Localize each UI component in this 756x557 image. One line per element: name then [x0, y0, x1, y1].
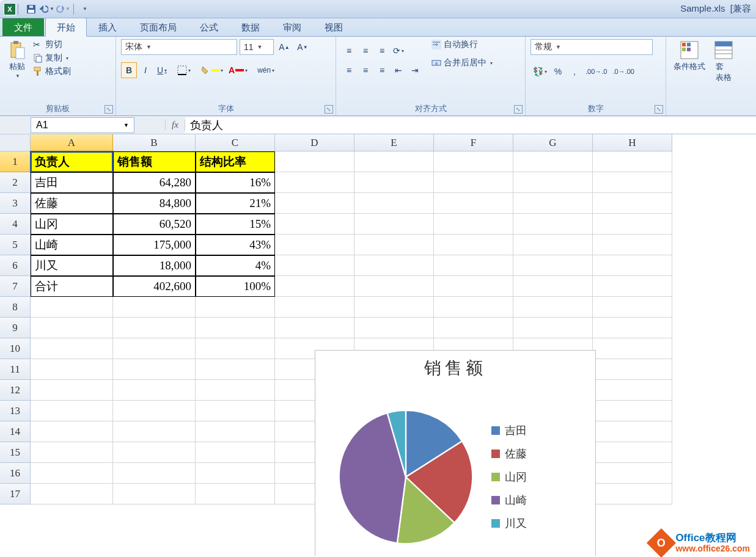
- cell-F5[interactable]: [434, 235, 513, 255]
- font-name-combo[interactable]: 宋体▼: [121, 39, 237, 55]
- cell-B4[interactable]: 60,520: [113, 214, 196, 235]
- cell-B6[interactable]: 18,000: [113, 255, 196, 276]
- cell-A9[interactable]: [31, 318, 113, 338]
- align-bottom-button[interactable]: ≡: [374, 43, 390, 59]
- cell-E1[interactable]: [354, 151, 434, 172]
- cell-H16[interactable]: [593, 463, 672, 484]
- cell-H15[interactable]: [593, 442, 672, 463]
- font-launcher[interactable]: ⤡: [325, 105, 333, 114]
- cell-A5[interactable]: 山崎: [31, 235, 113, 255]
- align-top-button[interactable]: ≡: [341, 43, 357, 59]
- cell-H8[interactable]: [593, 297, 672, 318]
- cell-D6[interactable]: [275, 255, 354, 276]
- cell-B14[interactable]: [113, 421, 196, 442]
- cell-B8[interactable]: [113, 297, 196, 318]
- cell-E7[interactable]: [354, 276, 434, 297]
- increase-font-button[interactable]: A▲: [276, 39, 292, 55]
- cell-B1[interactable]: 销售额: [113, 151, 196, 172]
- cell-B15[interactable]: [113, 442, 196, 463]
- cell-H14[interactable]: [593, 421, 672, 442]
- cell-A2[interactable]: 吉田: [31, 172, 113, 193]
- qat-customize[interactable]: ▼: [77, 2, 92, 16]
- cell-G8[interactable]: [513, 297, 593, 318]
- format-table-button[interactable]: 套 表格: [711, 39, 736, 84]
- cell-A12[interactable]: [31, 380, 113, 401]
- tab-file[interactable]: 文件: [2, 18, 44, 36]
- row-header-16[interactable]: 16: [0, 463, 31, 484]
- cell-F9[interactable]: [434, 318, 513, 338]
- cell-B5[interactable]: 175,000: [113, 235, 196, 255]
- cell-H13[interactable]: [593, 401, 672, 421]
- cell-C10[interactable]: [196, 338, 275, 359]
- decrease-font-button[interactable]: A▼: [295, 39, 310, 55]
- align-middle-button[interactable]: ≡: [358, 43, 373, 59]
- number-format-combo[interactable]: 常规▼: [530, 39, 653, 55]
- cell-H7[interactable]: [593, 276, 672, 297]
- cell-G7[interactable]: [513, 276, 593, 297]
- cell-C2[interactable]: 16%: [196, 172, 275, 193]
- cell-A10[interactable]: [31, 338, 113, 359]
- align-right-button[interactable]: ≡: [374, 62, 390, 78]
- row-header-8[interactable]: 8: [0, 297, 31, 318]
- cell-H9[interactable]: [593, 318, 672, 338]
- cell-C15[interactable]: [196, 442, 275, 463]
- cell-F1[interactable]: [434, 151, 513, 172]
- cell-A4[interactable]: 山冈: [31, 214, 113, 235]
- column-header-C[interactable]: C: [196, 134, 275, 151]
- row-header-5[interactable]: 5: [0, 235, 31, 255]
- cell-B17[interactable]: [113, 484, 196, 504]
- cell-A1[interactable]: 负责人: [31, 151, 113, 172]
- cell-A7[interactable]: 合计: [31, 276, 113, 297]
- cell-B9[interactable]: [113, 318, 196, 338]
- tab-review[interactable]: 审阅: [271, 18, 313, 36]
- cell-D9[interactable]: [275, 318, 354, 338]
- cell-C7[interactable]: 100%: [196, 276, 275, 297]
- tab-formula[interactable]: 公式: [188, 18, 230, 36]
- cell-H1[interactable]: [593, 151, 672, 172]
- wrap-text-button[interactable]: 自动换行: [431, 39, 493, 50]
- row-header-4[interactable]: 4: [0, 214, 31, 235]
- cell-D2[interactable]: [275, 172, 354, 193]
- row-header-14[interactable]: 14: [0, 421, 31, 442]
- border-button[interactable]: ▾: [175, 62, 193, 78]
- merge-center-button[interactable]: a合并后居中▾: [431, 57, 493, 68]
- cell-F2[interactable]: [434, 172, 513, 193]
- clipboard-launcher[interactable]: ⤡: [105, 105, 113, 114]
- row-header-15[interactable]: 15: [0, 442, 31, 463]
- cell-H11[interactable]: [593, 359, 672, 380]
- formula-input[interactable]: [185, 117, 756, 133]
- row-header-17[interactable]: 17: [0, 484, 31, 504]
- column-header-D[interactable]: D: [275, 134, 354, 151]
- column-header-A[interactable]: A: [31, 134, 113, 151]
- cell-B13[interactable]: [113, 401, 196, 421]
- fill-color-button[interactable]: ▾: [198, 62, 226, 78]
- cell-H5[interactable]: [593, 235, 672, 255]
- cell-F6[interactable]: [434, 255, 513, 276]
- cell-A11[interactable]: [31, 359, 113, 380]
- currency-button[interactable]: 💱▾: [530, 64, 549, 79]
- number-launcher[interactable]: ⤡: [655, 105, 663, 114]
- cell-B10[interactable]: [113, 338, 196, 359]
- cell-G5[interactable]: [513, 235, 593, 255]
- format-painter-button[interactable]: 格式刷: [33, 66, 71, 77]
- decrease-decimal-button[interactable]: .0→.00: [610, 64, 636, 79]
- increase-indent-button[interactable]: ⇥: [407, 62, 423, 78]
- row-header-6[interactable]: 6: [0, 255, 31, 276]
- cell-C14[interactable]: [196, 421, 275, 442]
- decrease-indent-button[interactable]: ⇤: [391, 62, 406, 78]
- cell-B3[interactable]: 84,800: [113, 193, 196, 214]
- undo-button[interactable]: ▼: [40, 2, 54, 16]
- cell-H12[interactable]: [593, 380, 672, 401]
- cell-F4[interactable]: [434, 214, 513, 235]
- cell-C4[interactable]: 15%: [196, 214, 275, 235]
- row-header-1[interactable]: 1: [0, 151, 31, 172]
- cell-E2[interactable]: [354, 172, 434, 193]
- bold-button[interactable]: B: [121, 62, 137, 78]
- cell-D8[interactable]: [275, 297, 354, 318]
- comma-button[interactable]: ,: [567, 64, 582, 79]
- cell-E4[interactable]: [354, 214, 434, 235]
- tab-view[interactable]: 视图: [313, 18, 354, 36]
- worksheet-grid[interactable]: ABCDEFGH 1234567891011121314151617 负责人销售…: [0, 134, 756, 556]
- cell-H4[interactable]: [593, 214, 672, 235]
- cell-G4[interactable]: [513, 214, 593, 235]
